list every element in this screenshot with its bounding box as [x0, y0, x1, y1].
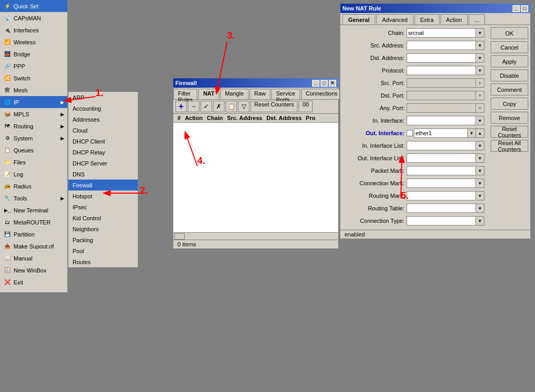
uncheck-button[interactable]: ✗: [213, 101, 224, 112]
dst-port-arrow[interactable]: ▼: [475, 91, 484, 100]
sidebar-item-make-supout[interactable]: 📤 Make Supout.rif: [0, 240, 67, 252]
submenu-item-dhcp-relay[interactable]: DHCP Relay: [68, 147, 138, 158]
routing-mark-arrow[interactable]: ▼: [475, 192, 484, 200]
copy-item-button[interactable]: 📋: [225, 101, 237, 112]
chain-dropdown-arrow[interactable]: ▼: [475, 29, 484, 37]
submenu-item-dhcp-server[interactable]: DHCP Server: [68, 158, 138, 169]
submenu-item-accounting[interactable]: Accounting: [68, 103, 138, 114]
reset-counters-button[interactable]: Reset Counters: [251, 101, 298, 112]
sidebar-item-bridge[interactable]: 🌉 Bridge: [0, 48, 67, 60]
sidebar-item-files[interactable]: 📁 Files: [0, 156, 67, 168]
sidebar-item-capsman[interactable]: 📡 CAPsMAN: [0, 12, 67, 24]
reset-all-counters-button[interactable]: Reset All Counters: [491, 140, 528, 152]
out-interface-arrow2[interactable]: ▲: [475, 129, 484, 137]
tab-mangle[interactable]: Mangle: [220, 89, 248, 99]
connection-type-input[interactable]: ▼: [407, 216, 484, 225]
comment-button[interactable]: Comment: [491, 84, 528, 96]
sidebar-item-system[interactable]: ⚙ System ▶: [0, 132, 67, 144]
nat-minimize-button[interactable]: _: [513, 5, 520, 12]
src-port-arrow[interactable]: ▼: [475, 79, 484, 87]
submenu-item-cloud[interactable]: Cloud: [68, 125, 138, 136]
out-interface-input[interactable]: ether1 ▼ ▲: [414, 128, 484, 138]
submenu-item-dns[interactable]: DNS: [68, 169, 138, 180]
protocol-arrow[interactable]: ▼: [475, 66, 484, 75]
in-interface-list-arrow[interactable]: ▼: [475, 141, 484, 150]
out-interface-dropdown[interactable]: ▼: [467, 129, 475, 137]
sidebar-item-exit[interactable]: ❌ Exit: [0, 276, 67, 288]
sidebar-item-wireless[interactable]: 📶 Wireless: [0, 36, 67, 48]
out-interface-list-arrow[interactable]: ▼: [475, 154, 484, 162]
out-interface-checkbox[interactable]: [407, 130, 413, 136]
packet-mark-input[interactable]: ▼: [407, 166, 484, 175]
in-interface-input[interactable]: ▼: [407, 116, 484, 125]
submenu-item-hotspot[interactable]: Hotspot: [68, 191, 138, 201]
submenu-item-kid-control[interactable]: Kid Control: [68, 212, 138, 223]
remove-button[interactable]: −: [188, 101, 199, 112]
sidebar-item-partition[interactable]: 💾 Partition: [0, 228, 67, 240]
src-address-input[interactable]: ▼: [407, 41, 484, 50]
in-interface-arrow[interactable]: ▼: [475, 116, 484, 125]
firewall-scrollbar[interactable]: [173, 232, 338, 240]
nat-maximize-button[interactable]: □: [521, 5, 528, 12]
sidebar-item-metarouter[interactable]: 🗂 MetaROUTER: [0, 216, 67, 228]
reset-counters-action-button[interactable]: Reset Counters: [491, 126, 528, 138]
nat-tab-more[interactable]: ...: [469, 14, 485, 25]
sidebar-item-quickset[interactable]: ⚡ Quick Set: [0, 0, 67, 12]
ok-button[interactable]: OK: [491, 27, 528, 39]
reset-btn2[interactable]: 00: [299, 101, 312, 112]
submenu-item-pool[interactable]: Pool: [68, 245, 138, 256]
submenu-item-dhcp-client[interactable]: DHCP Client: [68, 136, 138, 147]
sidebar-item-ppp[interactable]: 🔗 PPP: [0, 60, 67, 72]
sidebar-item-ip[interactable]: 🌐 IP ▶: [0, 96, 67, 108]
submenu-item-ipsec[interactable]: IPsec: [68, 201, 138, 212]
chain-input[interactable]: srcnat ▼: [407, 28, 484, 38]
tab-connections[interactable]: Connections: [301, 89, 342, 99]
connection-type-arrow[interactable]: ▼: [475, 217, 484, 225]
nat-tab-action[interactable]: Action: [441, 14, 468, 25]
minimize-button[interactable]: _: [312, 80, 319, 87]
copy-button[interactable]: Copy: [491, 98, 528, 110]
out-interface-list-input[interactable]: ▼: [407, 153, 484, 163]
apply-button[interactable]: Apply: [491, 55, 528, 67]
routing-table-arrow[interactable]: ▼: [475, 204, 484, 212]
routing-table-input[interactable]: ▼: [407, 204, 484, 213]
sidebar-item-queues[interactable]: 📋 Queues: [0, 144, 67, 156]
protocol-input[interactable]: ▼: [407, 66, 484, 75]
dst-address-input[interactable]: ▼: [407, 53, 484, 63]
sidebar-item-log[interactable]: 📝 Log: [0, 168, 67, 180]
scrollbar-thumb[interactable]: [174, 233, 185, 240]
sidebar-item-new-terminal[interactable]: ▶_ New Terminal: [0, 204, 67, 216]
sidebar-item-mesh[interactable]: 🕸 Mesh: [0, 84, 67, 96]
sidebar-item-switch[interactable]: 🔀 Switch: [0, 72, 67, 84]
sidebar-item-manual[interactable]: 📖 Manual: [0, 252, 67, 264]
cancel-button[interactable]: Cancel: [491, 41, 528, 53]
submenu-item-routes[interactable]: Routes: [68, 256, 138, 267]
tab-filter-rules[interactable]: Filter Rules: [173, 89, 197, 99]
submenu-item-packing[interactable]: Packing: [68, 234, 138, 245]
filter-button[interactable]: ▽: [238, 101, 249, 112]
src-port-input[interactable]: ▼: [407, 78, 484, 88]
src-address-arrow[interactable]: ▼: [475, 41, 484, 50]
submenu-item-firewall[interactable]: Firewall: [68, 180, 138, 191]
submenu-item-arp[interactable]: ARP: [68, 92, 138, 103]
nat-tab-advanced[interactable]: Advanced: [376, 14, 413, 25]
submenu-item-neighbors[interactable]: Neighbors: [68, 223, 138, 234]
submenu-item-addresses[interactable]: Addresses: [68, 114, 138, 125]
sidebar-item-radius[interactable]: 📻 Radius: [0, 180, 67, 192]
nat-tab-extra[interactable]: Extra: [414, 14, 439, 25]
sidebar-item-interfaces[interactable]: 🔌 Interfaces: [0, 24, 67, 36]
remove-button[interactable]: Remove: [491, 112, 528, 124]
disable-button[interactable]: Disable: [491, 69, 528, 81]
add-button[interactable]: +: [175, 101, 187, 112]
nat-tab-general[interactable]: General: [342, 14, 375, 25]
check-button[interactable]: ✓: [200, 101, 212, 112]
routing-mark-input[interactable]: ▼: [407, 191, 484, 200]
connection-mark-input[interactable]: ▼: [407, 179, 484, 188]
sidebar-item-tools[interactable]: 🔧 Tools ▶: [0, 192, 67, 204]
any-port-arrow[interactable]: ▼: [475, 104, 484, 112]
sidebar-item-new-winbox[interactable]: 🪟 New WinBox: [0, 264, 67, 276]
close-button[interactable]: ✕: [329, 80, 336, 87]
in-interface-list-input[interactable]: ▼: [407, 141, 484, 150]
packet-mark-arrow[interactable]: ▼: [475, 167, 484, 175]
connection-mark-arrow[interactable]: ▼: [475, 179, 484, 187]
